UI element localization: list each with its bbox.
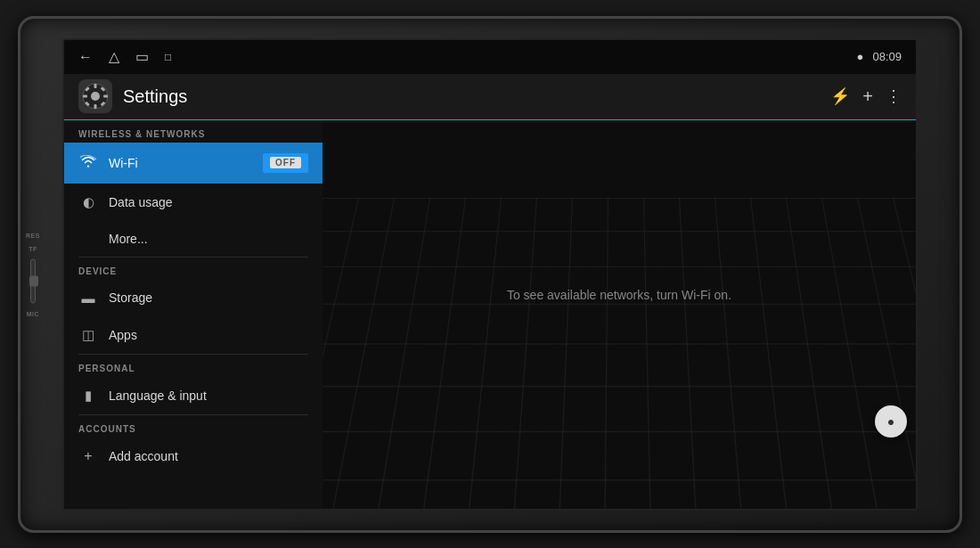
language-label: Language & input bbox=[109, 389, 308, 403]
add-button[interactable]: + bbox=[862, 86, 873, 107]
side-buttons: RES TF MIC bbox=[26, 232, 40, 316]
nav-buttons: ← △ ▭ □ bbox=[78, 48, 857, 65]
wifi-label: Wi-Fi bbox=[109, 156, 263, 170]
tf-slider[interactable] bbox=[30, 258, 36, 303]
app-icon bbox=[78, 79, 112, 113]
sidebar-item-wifi[interactable]: Wi-Fi OFF bbox=[64, 143, 323, 184]
wifi-message: To see available networks, turn Wi-Fi on… bbox=[507, 288, 731, 302]
main-panel: To see available networks, turn Wi-Fi on… bbox=[323, 120, 916, 509]
svg-rect-3 bbox=[94, 104, 97, 109]
sidebar-item-language[interactable]: ▮ Language & input bbox=[64, 377, 323, 414]
storage-label: Storage bbox=[109, 290, 308, 305]
sidebar-item-storage[interactable]: ▬ Storage bbox=[64, 280, 323, 316]
language-icon: ▮ bbox=[78, 388, 98, 404]
svg-rect-5 bbox=[103, 95, 108, 98]
status-bar: ← △ ▭ □ ● 08:09 bbox=[64, 40, 916, 74]
screen: ← △ ▭ □ ● 08:09 bbox=[62, 38, 918, 511]
time-display: 08:09 bbox=[872, 50, 902, 63]
app-title: Settings bbox=[123, 86, 830, 107]
more-label: More... bbox=[109, 232, 308, 246]
settings-icon-svg bbox=[81, 82, 110, 110]
tf-label: TF bbox=[29, 245, 37, 251]
add-account-label: Add account bbox=[109, 449, 308, 463]
bolt-button[interactable]: ⚡ bbox=[830, 86, 850, 106]
recents-button[interactable]: ▭ bbox=[135, 48, 149, 65]
sidebar-item-data-usage[interactable]: ◐ Data usage bbox=[64, 184, 323, 221]
content-area: WIRELESS & NETWORKS Wi-Fi OFF bbox=[64, 120, 916, 509]
device-frame: RES TF MIC ← △ ▭ □ ● 08:09 bbox=[18, 16, 962, 533]
sidebar-item-add-account[interactable]: + Add account bbox=[64, 438, 323, 475]
wifi-toggle-off: OFF bbox=[270, 157, 301, 168]
home-button[interactable]: △ bbox=[109, 48, 119, 65]
res-label: RES bbox=[26, 232, 40, 238]
more-button[interactable]: ⋮ bbox=[886, 86, 902, 106]
section-wireless: WIRELESS & NETWORKS bbox=[64, 120, 323, 143]
storage-icon: ▬ bbox=[78, 290, 98, 306]
sidebar-item-apps[interactable]: ◫ Apps bbox=[64, 316, 323, 354]
scroll-indicator[interactable]: ● bbox=[875, 405, 907, 438]
wifi-icon bbox=[78, 155, 98, 170]
svg-rect-4 bbox=[83, 95, 87, 98]
section-personal: PERSONAL bbox=[64, 355, 323, 377]
section-device: DEVICE bbox=[64, 258, 323, 280]
sidebar: WIRELESS & NETWORKS Wi-Fi OFF bbox=[64, 120, 323, 509]
grid-background bbox=[323, 198, 916, 509]
wifi-toggle[interactable]: OFF bbox=[263, 153, 308, 173]
apps-icon: ◫ bbox=[78, 327, 98, 343]
apps-label: Apps bbox=[109, 328, 308, 342]
add-account-icon: + bbox=[78, 448, 98, 464]
back-button[interactable]: ← bbox=[78, 49, 93, 65]
svg-rect-2 bbox=[94, 84, 97, 88]
mic-label: MIC bbox=[27, 310, 39, 316]
screenshot-button[interactable]: □ bbox=[165, 51, 171, 63]
sidebar-item-more[interactable]: More... bbox=[64, 221, 323, 257]
app-header: Settings ⚡ + ⋮ bbox=[64, 74, 916, 120]
data-icon: ◐ bbox=[78, 194, 98, 210]
location-icon: ● bbox=[857, 50, 864, 63]
data-usage-label: Data usage bbox=[109, 195, 308, 209]
section-accounts: ACCOUNTS bbox=[64, 415, 323, 438]
header-actions: ⚡ + ⋮ bbox=[830, 86, 902, 107]
status-right: ● 08:09 bbox=[857, 50, 902, 63]
svg-point-1 bbox=[91, 92, 100, 101]
